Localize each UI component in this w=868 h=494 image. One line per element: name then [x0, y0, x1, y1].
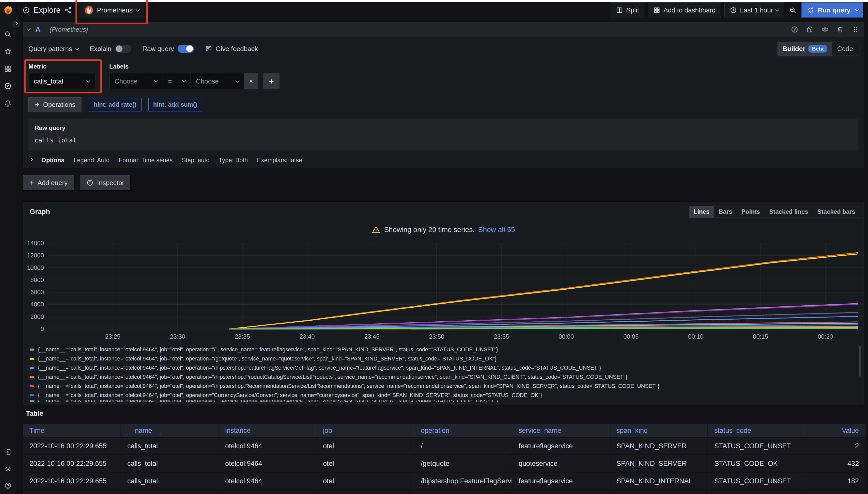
- explain-toggle[interactable]: [115, 45, 131, 53]
- label-key-select[interactable]: Choose: [109, 73, 163, 89]
- refresh-icon: [807, 6, 814, 14]
- split-icon: [616, 6, 623, 14]
- legend-series-label: {__name__="calls_total", instance="otelc…: [38, 383, 659, 390]
- options-exemplars: Exemplars: false: [257, 157, 302, 164]
- sign-in-icon[interactable]: [4, 448, 12, 456]
- grafana-logo-icon[interactable]: [2, 5, 13, 16]
- legend-item-clipped[interactable]: {__name__="calls_total", instance="otelc…: [30, 400, 860, 402]
- label-value-placeholder: Choose: [196, 77, 219, 85]
- legend-item[interactable]: {__name__="calls_total", instance="otelc…: [30, 382, 860, 391]
- add-to-dashboard-button[interactable]: Add to dashboard: [648, 2, 721, 18]
- zoom-out-button[interactable]: [788, 2, 798, 18]
- code-label: Code: [837, 45, 853, 53]
- graph-mode-points[interactable]: Points: [737, 206, 764, 217]
- explore-icon[interactable]: [4, 82, 12, 90]
- beta-badge: Beta: [808, 45, 827, 53]
- help-icon[interactable]: [4, 482, 12, 490]
- table-cell: calls_total: [121, 438, 218, 454]
- table-cell: featureflagservice: [512, 438, 610, 454]
- table-cell: 182: [805, 473, 866, 490]
- add-operation-button[interactable]: + Operations: [29, 97, 82, 112]
- raw-query-preview: Raw query calls_total: [29, 119, 858, 151]
- table-cell: 2022-10-16 00:22:29.655: [23, 438, 121, 454]
- table-cell: otel: [317, 473, 414, 490]
- give-feedback-link[interactable]: Give feedback: [205, 45, 258, 53]
- legend-item[interactable]: {__name__="calls_total", instance="otelc…: [30, 391, 860, 400]
- table-cell: calls_total: [121, 455, 218, 472]
- raw-query-toggle[interactable]: [178, 45, 194, 53]
- table-cell: 2: [805, 438, 866, 454]
- svg-text:8000: 8000: [31, 277, 44, 283]
- graph-mode-switch: LinesBarsPointsStacked linesStacked bars: [689, 206, 860, 218]
- legend-series-color: [30, 385, 34, 387]
- legend-item[interactable]: {__name__="calls_total", instance="otelc…: [30, 373, 860, 382]
- timeseries-chart[interactable]: 0200040006000800010000120001400023:2523:…: [27, 241, 860, 343]
- legend-item[interactable]: {__name__="calls_total", instance="otelc…: [30, 354, 860, 363]
- query-row-header[interactable]: A (Prometheus): [23, 22, 864, 37]
- graph-mode-stacked-bars[interactable]: Stacked bars: [813, 206, 860, 217]
- table-cell: /hipstershop.ProductCatalogS...: [414, 490, 512, 494]
- builder-mode-tab[interactable]: Builder Beta: [778, 42, 832, 56]
- column-header-operation[interactable]: operation: [414, 424, 512, 437]
- column-header-status-code[interactable]: status_code: [708, 424, 805, 437]
- add-label-filter-button[interactable]: +: [263, 73, 279, 89]
- hint-add-sum-button[interactable]: hint: add sum(): [148, 98, 202, 111]
- starred-icon[interactable]: [4, 48, 12, 55]
- column-header-value[interactable]: Value: [805, 424, 866, 437]
- datasource-picker[interactable]: Prometheus: [79, 2, 144, 18]
- duplicate-query-icon[interactable]: [806, 26, 814, 33]
- share-icon[interactable]: [64, 6, 72, 14]
- search-icon[interactable]: [4, 31, 12, 38]
- label-value-select[interactable]: Choose: [191, 73, 244, 89]
- run-query-button[interactable]: Run query: [801, 2, 864, 18]
- query-patterns-dropdown[interactable]: Query patterns: [29, 45, 78, 53]
- dashboards-icon[interactable]: [4, 65, 12, 73]
- legend-item[interactable]: {__name__="calls_total", instance="otelc…: [30, 345, 860, 354]
- toggle-visibility-eye-icon[interactable]: [821, 26, 829, 33]
- legend-series-color: [30, 394, 34, 396]
- hint-add-rate-button[interactable]: hint: add rate(): [89, 98, 142, 111]
- legend-series-color: [30, 348, 34, 350]
- metric-select[interactable]: calls_total: [29, 73, 95, 89]
- sidebar-expand-button[interactable]: [11, 19, 20, 28]
- time-range-picker[interactable]: Last 1 hour: [724, 2, 784, 18]
- svg-text:23:50: 23:50: [429, 333, 444, 340]
- remove-label-filter-button[interactable]: ×: [244, 73, 258, 89]
- table-cell: STATUS_CODE_UNSET: [708, 490, 805, 494]
- column-header--name-[interactable]: __name__: [121, 424, 218, 437]
- legend-item[interactable]: {__name__="calls_total", instance="otelc…: [30, 363, 860, 373]
- label-operator-select[interactable]: =: [163, 73, 191, 89]
- legend-series-color: [30, 376, 34, 378]
- column-header-job[interactable]: job: [317, 424, 414, 437]
- remove-query-trash-icon[interactable]: [836, 26, 844, 33]
- legend-series-color: [30, 358, 34, 360]
- settings-gear-icon[interactable]: [4, 465, 12, 473]
- collapse-chevron-icon[interactable]: [27, 27, 31, 31]
- raw-query-label: Raw query: [142, 45, 174, 53]
- graph-mode-lines[interactable]: Lines: [689, 206, 714, 217]
- legend-scrollbar[interactable]: [859, 346, 861, 377]
- query-help-icon[interactable]: [791, 26, 798, 33]
- chevron-down-icon: [776, 7, 780, 12]
- code-mode-tab[interactable]: Code: [832, 42, 858, 56]
- query-ref-id: A: [35, 25, 40, 34]
- column-header-time[interactable]: Time: [23, 424, 121, 437]
- svg-text:00:15: 00:15: [753, 333, 768, 340]
- query-datasource-hint: (Prometheus): [50, 26, 88, 33]
- graph-mode-bars[interactable]: Bars: [714, 206, 737, 217]
- options-title: Options: [41, 157, 65, 164]
- column-header-service-name[interactable]: service_name: [512, 424, 610, 437]
- drag-handle-icon[interactable]: [852, 26, 860, 33]
- show-all-series-link[interactable]: Show all 55: [478, 226, 515, 234]
- svg-text:6000: 6000: [31, 289, 44, 296]
- graph-mode-stacked-lines[interactable]: Stacked lines: [764, 206, 813, 217]
- alerting-icon[interactable]: [4, 99, 12, 107]
- svg-text:14000: 14000: [27, 241, 44, 247]
- column-header-instance[interactable]: instance: [218, 424, 317, 437]
- table-cell: STATUS_CODE_UNSET: [708, 438, 805, 454]
- query-options-row[interactable]: Options Legend: Auto Format: Time series…: [23, 151, 864, 164]
- add-query-button[interactable]: + Add query: [23, 175, 74, 191]
- split-button[interactable]: Split: [611, 2, 645, 18]
- column-header-span-kind[interactable]: span_kind: [610, 424, 708, 437]
- inspector-button[interactable]: Inspector: [80, 175, 131, 191]
